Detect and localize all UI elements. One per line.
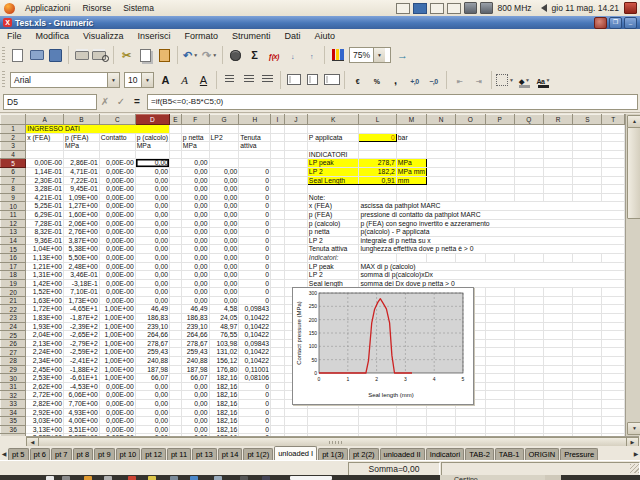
cell[interactable]: 1,00E+00 [99, 365, 135, 374]
cell[interactable]: 0,10422 [239, 314, 271, 323]
bold-button[interactable]: A [157, 71, 174, 89]
cell[interactable] [271, 408, 285, 417]
cell[interactable] [170, 400, 182, 409]
cell[interactable] [427, 133, 456, 142]
cell[interactable] [456, 253, 485, 262]
cell[interactable]: p (FEA) [64, 133, 100, 142]
cell[interactable] [427, 185, 456, 194]
column-header-G[interactable]: G [209, 115, 239, 125]
cell[interactable]: 0 [239, 176, 271, 185]
row-header-26[interactable]: 26 [1, 339, 26, 348]
cell[interactable]: 182,16 [209, 382, 239, 391]
cell[interactable] [456, 133, 485, 142]
cell[interactable] [602, 365, 625, 374]
cell[interactable] [573, 296, 602, 305]
cell[interactable]: 264,66 [181, 331, 209, 340]
cell[interactable] [170, 408, 182, 417]
cell[interactable]: 3,87E+00 [64, 236, 100, 245]
cell[interactable] [239, 159, 271, 168]
merge-cells-button[interactable] [304, 71, 321, 89]
cell[interactable] [573, 365, 602, 374]
cell[interactable]: 0,00 [209, 167, 239, 176]
cell[interactable]: 0,10422 [239, 348, 271, 357]
row-header-1[interactable]: 1 [1, 125, 26, 134]
cell[interactable] [209, 150, 239, 159]
sheet-tab-tab-1[interactable]: TAB-1 [495, 448, 524, 460]
cell[interactable]: p netta [181, 133, 209, 142]
cell[interactable]: 48,97 [209, 322, 239, 331]
cell[interactable]: 264,66 [135, 331, 169, 340]
format-currency-button[interactable]: € [349, 71, 366, 89]
sort-ascending-button[interactable]: ↑ [303, 46, 320, 64]
cell[interactable] [602, 357, 625, 366]
cell[interactable]: Seal Length [307, 176, 359, 185]
cell[interactable] [456, 159, 485, 168]
cell[interactable] [485, 408, 514, 417]
cell[interactable] [284, 167, 307, 176]
sheet-tab-pt-9[interactable]: pt 9 [94, 448, 115, 460]
cell[interactable] [359, 253, 396, 262]
cell[interactable]: 0,00 [135, 288, 169, 297]
cell[interactable] [271, 159, 285, 168]
vertical-scrollbar[interactable]: ▲ ▼ [625, 114, 640, 436]
cell[interactable]: 2,86E-01 [64, 159, 100, 168]
cell[interactable] [602, 425, 625, 434]
cell[interactable] [602, 348, 625, 357]
desktop-menu-applicazioni[interactable]: Applicazioni [19, 3, 76, 13]
cell[interactable] [271, 391, 285, 400]
cell[interactable]: 0,00 [135, 167, 169, 176]
column-header-P[interactable]: P [485, 115, 514, 125]
cell[interactable] [602, 296, 625, 305]
cpu-freq-icon[interactable] [480, 2, 493, 14]
cell[interactable]: 0,00 [135, 425, 169, 434]
cell[interactable]: 0,00 [181, 279, 209, 288]
cell[interactable]: 2,13E+00 [26, 339, 64, 348]
cell[interactable]: -4,53E+0 [64, 382, 100, 391]
cell[interactable] [543, 142, 572, 151]
cell[interactable] [573, 348, 602, 357]
cell[interactable]: 0 [239, 271, 271, 280]
column-header-A[interactable]: A [26, 115, 64, 125]
cell[interactable] [396, 125, 426, 134]
row-header-15[interactable]: 15 [1, 245, 26, 254]
font-combo-arrow-icon[interactable]: ▼ [107, 73, 119, 87]
cell[interactable]: 0,00E-00 [99, 228, 135, 237]
cell[interactable]: 1,27E+00 [64, 202, 100, 211]
cell[interactable] [271, 348, 285, 357]
row-header-2[interactable]: 2 [1, 133, 26, 142]
cell[interactable]: Note: [307, 193, 359, 202]
cell[interactable]: 0,00 [209, 296, 239, 305]
launcher-icon-2[interactable] [62, 476, 70, 480]
cell[interactable] [170, 391, 182, 400]
cell[interactable]: 0,00E-00 [99, 245, 135, 254]
cell[interactable] [170, 322, 182, 331]
cell[interactable] [573, 322, 602, 331]
cell[interactable]: 2,06E+00 [64, 219, 100, 228]
window-titlebar[interactable]: X Test.xls - Gnumeric ❐ _ [0, 16, 640, 29]
cell[interactable] [307, 142, 359, 151]
cell[interactable]: 1,31E+00 [26, 271, 64, 280]
cell[interactable] [271, 210, 285, 219]
cell[interactable]: 0,91 [359, 176, 396, 185]
launcher-icon-3[interactable] [84, 476, 92, 480]
cell[interactable]: 0,00 [181, 210, 209, 219]
cell[interactable] [170, 305, 182, 314]
row-header-13[interactable]: 13 [1, 228, 26, 237]
row-header-10[interactable]: 10 [1, 202, 26, 211]
merge-and-center-button[interactable] [285, 71, 302, 89]
cell[interactable]: -2,39E+2 [64, 322, 100, 331]
zoom-combo-arrow-icon[interactable]: ▼ [373, 48, 385, 62]
cell[interactable] [271, 219, 285, 228]
cell[interactable]: 0 [239, 425, 271, 434]
cell[interactable] [284, 262, 307, 271]
cell[interactable] [170, 288, 182, 297]
cell[interactable]: MPa [64, 142, 100, 151]
cell[interactable]: 0,00 [181, 193, 209, 202]
cell[interactable] [284, 176, 307, 185]
cell[interactable]: 0,00E-00 [99, 262, 135, 271]
cell[interactable] [514, 185, 543, 194]
cell[interactable] [271, 262, 285, 271]
cell[interactable] [485, 339, 514, 348]
cell[interactable] [396, 253, 426, 262]
cell[interactable]: 1,09E+00 [64, 193, 100, 202]
